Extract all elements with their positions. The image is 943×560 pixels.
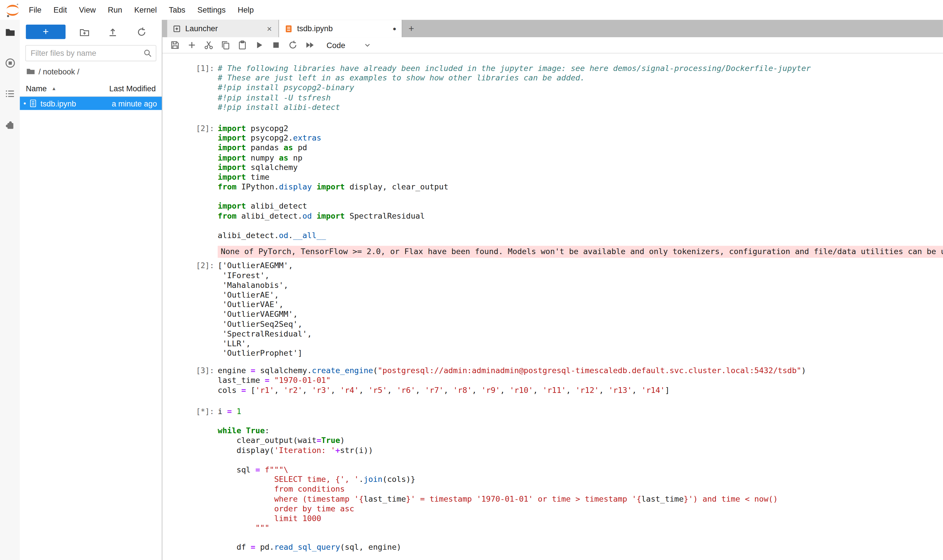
code-line: 'OutlierProphet'] [218, 349, 943, 358]
code-editor[interactable]: # The following libraries have already b… [218, 64, 943, 112]
code-editor[interactable]: engine = sqlalchemy.create_engine("postg… [218, 366, 943, 395]
filter-files-container [25, 45, 156, 62]
menu-help[interactable]: Help [232, 0, 260, 20]
code-line: alibi_detect.od.__all__ [218, 231, 943, 240]
code-editor[interactable]: import psycopg2import psycopg2.extrasimp… [218, 124, 943, 240]
code-cell: [2]:import psycopg2import psycopg2.extra… [162, 124, 943, 240]
cell-prompt: [*]: [196, 407, 218, 552]
menu-kernel[interactable]: Kernel [128, 0, 163, 20]
code-line: 'Mahalanobis', [218, 280, 943, 290]
code-line: display('Iteration: '+str(i)) [218, 446, 943, 455]
menu-view[interactable]: View [73, 0, 102, 20]
stderr-output-cell: None of PyTorch, TensorFlow >= 2.0, or F… [162, 246, 943, 258]
refresh-icon[interactable] [127, 27, 156, 37]
running-sessions-icon[interactable] [5, 58, 15, 69]
code-line: engine = sqlalchemy.create_engine("postg… [218, 366, 943, 376]
run-cell-icon[interactable] [251, 37, 268, 52]
copy-cells-icon[interactable] [217, 37, 234, 52]
code-line: df = pd.read_sql_query(sql, engine) [218, 543, 943, 552]
new-folder-icon[interactable] [71, 27, 99, 37]
code-line: # The following libraries have already b… [218, 64, 943, 74]
file-browser-toolbar: + [20, 20, 162, 42]
cell-prompt [196, 246, 218, 258]
code-line: import sqlalchemy [218, 163, 943, 172]
code-line [218, 192, 943, 202]
notebook-content: [1]:# The following libraries have alrea… [162, 54, 943, 560]
code-line: from alibi_detect.od import SpectralResi… [218, 211, 943, 221]
code-line: while True: [218, 426, 943, 436]
notebook-toolbar: Code [162, 37, 943, 54]
sort-ascending-icon: ▲ [51, 86, 56, 91]
code-editor[interactable]: i = 1 while True: clear_output(wait=True… [218, 407, 943, 552]
code-line: import psycopg2.extras [218, 133, 943, 143]
menu-edit[interactable]: Edit [48, 0, 73, 20]
menu-tabs[interactable]: Tabs [163, 0, 191, 20]
stop-kernel-icon[interactable] [267, 37, 284, 52]
search-icon [143, 49, 152, 58]
file-browser-icon[interactable] [5, 27, 15, 38]
cell-prompt: [2]: [196, 124, 218, 240]
new-launcher-button[interactable]: + [26, 25, 66, 39]
filter-files-input[interactable] [25, 45, 156, 62]
code-line: import psycopg2 [218, 124, 943, 133]
code-cell: [1]:# The following libraries have alrea… [162, 64, 943, 112]
extensions-icon[interactable] [5, 119, 15, 130]
code-line: SELECT time, {', '.join(cols)} [218, 475, 943, 485]
left-sidebar-rail [0, 20, 20, 560]
code-line: clear_output(wait=True) [218, 436, 943, 446]
code-line: # These are just left in as examples to … [218, 74, 943, 83]
file-name: tsdb.ipynb [40, 99, 109, 108]
code-line: 'LLR', [218, 339, 943, 349]
upload-icon[interactable] [99, 27, 127, 37]
launcher-icon [173, 24, 181, 32]
restart-run-all-icon[interactable] [301, 37, 318, 52]
code-line: order by time asc [218, 504, 943, 514]
close-icon[interactable]: × [266, 24, 273, 32]
menu-settings[interactable]: Settings [191, 0, 232, 20]
cell-prompt: [3]: [196, 366, 218, 395]
add-cell-icon[interactable] [184, 37, 201, 52]
unsaved-dot-icon[interactable]: ● [393, 25, 396, 31]
file-row-tsdb[interactable]: • tsdb.ipynb a minute ago [20, 97, 162, 110]
code-line: i = 1 [218, 407, 943, 416]
code-line: last_time = "1970-01-01" [218, 376, 943, 385]
code-line: import pandas as pd [218, 143, 943, 153]
dock-tab-bar: Launcher × tsdb.ipynb ● + [162, 20, 943, 37]
unsaved-dot-icon: • [23, 100, 26, 107]
code-line: #!pip install -U tsfresh [218, 93, 943, 103]
paste-cells-icon[interactable] [234, 37, 251, 52]
code-line: from conditions [218, 485, 943, 494]
tab-tsdb-notebook[interactable]: tsdb.ipynb ● [279, 20, 402, 37]
code-line: 'OutlierAE', [218, 290, 943, 300]
file-modified-time: a minute ago [112, 99, 157, 108]
file-browser-panel: + / notebook / [20, 20, 162, 560]
code-line: #!pip install alibi-detect [218, 103, 943, 112]
notebook-file-icon [29, 99, 37, 107]
new-tab-button[interactable]: + [402, 20, 420, 37]
column-last-modified[interactable]: Last Modified [110, 84, 156, 93]
file-list-header: Name ▲ Last Modified [20, 82, 162, 97]
result-output-cell: [2]:['OutlierAEGMM', 'IForest', 'Mahalan… [162, 261, 943, 358]
code-line: #!pip install psycopg2-binary [218, 83, 943, 93]
menu-file[interactable]: File [23, 0, 48, 20]
stderr-output: None of PyTorch, TensorFlow >= 2.0, or F… [218, 246, 943, 258]
column-name[interactable]: Name ▲ [26, 84, 109, 93]
menu-run[interactable]: Run [102, 0, 128, 20]
code-line: import numpy as np [218, 153, 943, 163]
cut-cells-icon[interactable] [200, 37, 217, 52]
code-line: 'OutlierSeq2Seq', [218, 319, 943, 329]
cell-prompt: [1]: [196, 64, 218, 112]
code-line: 'SpectralResidual', [218, 329, 943, 339]
code-line: 'OutlierVAEGMM', [218, 309, 943, 319]
save-icon[interactable] [167, 37, 184, 52]
output-text: ['OutlierAEGMM', 'IForest', 'Mahalanobis… [218, 261, 943, 358]
tab-launcher[interactable]: Launcher × [167, 20, 279, 37]
code-line: from IPython.display import display, cle… [218, 182, 943, 192]
breadcrumb[interactable]: / notebook / [20, 64, 162, 80]
code-line: import alibi_detect [218, 202, 943, 211]
restart-kernel-icon[interactable] [284, 37, 301, 52]
code-cell: [3]:engine = sqlalchemy.create_engine("p… [162, 366, 943, 395]
table-of-contents-icon[interactable] [5, 88, 15, 99]
cell-type-select[interactable]: Code [325, 40, 372, 51]
code-line [218, 221, 943, 231]
